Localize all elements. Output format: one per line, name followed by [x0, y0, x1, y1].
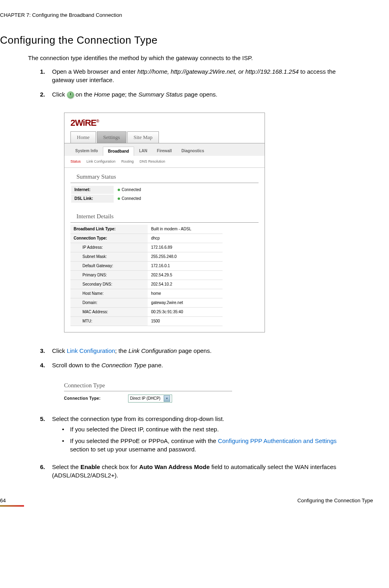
- detail-label: Connection Type:: [70, 234, 148, 243]
- step-text: Select the connection type from its corr…: [52, 415, 224, 422]
- connection-type-select[interactable]: Direct IP (DHCP) ▾: [128, 395, 172, 403]
- step-number: 4.: [40, 361, 52, 369]
- detail-value: 1500: [148, 316, 223, 326]
- list-item: • If you selected the PPPoE or PPPoA, co…: [62, 437, 357, 453]
- table-row: Secondary DNS:202.54.10.2: [70, 280, 223, 289]
- page-number: 64: [0, 497, 6, 503]
- step-text: Click: [52, 91, 67, 98]
- summary-status-screenshot: 2WiRE® Home Settings Site Map System Inf…: [64, 113, 265, 332]
- step-2: 2. Click on the Home page; the Summary S…: [40, 90, 357, 99]
- subtab-firewall[interactable]: Firewall: [152, 147, 176, 156]
- select-value: Direct IP (DHCP): [130, 396, 160, 401]
- step-text: page opens.: [177, 347, 212, 354]
- page-name: Home: [94, 91, 110, 98]
- connection-type-label: Connection Type:: [64, 396, 128, 401]
- field-name: Auto Wan Address Mode: [139, 463, 210, 470]
- table-row: Host Name:home: [70, 289, 223, 298]
- step-3: 3. Click Link Configuration; the Link Co…: [40, 346, 357, 355]
- tab-settings[interactable]: Settings: [97, 131, 126, 143]
- detail-value: 172.16.6.89: [148, 243, 223, 252]
- page-name: Summary Status: [138, 91, 183, 98]
- footer-title: Configuring the Connection Type: [297, 497, 373, 507]
- subtab-lan[interactable]: LAN: [134, 147, 152, 156]
- bullet-icon: •: [62, 425, 70, 433]
- step-text: page; the: [110, 91, 138, 98]
- connection-type-screenshot: Connection Type Connection Type: Direct …: [64, 381, 232, 403]
- step-text: Open a Web browser and enter: [52, 68, 137, 75]
- detail-label: Primary DNS:: [70, 270, 148, 280]
- bullet-text: If you selected the PPPoE or PPPoA, cont…: [70, 437, 218, 444]
- detail-label: Domain:: [70, 298, 148, 307]
- detail-value: dhcp: [148, 234, 223, 243]
- connection-type-heading: Connection Type: [64, 381, 232, 391]
- detail-value: 00:25:3c:91:35:40: [148, 307, 223, 316]
- table-row: Connection Type:dhcp: [70, 234, 223, 243]
- footer-bar-icon: [0, 505, 24, 507]
- step-6: 6. Select the Enable check box for Auto …: [40, 463, 357, 479]
- registered-mark: ®: [96, 119, 98, 123]
- table-row: IP Address:172.16.6.89: [70, 243, 223, 252]
- table-row: MAC Address:00:25:3c:91:35:40: [70, 307, 223, 316]
- step-number: 6.: [40, 463, 52, 479]
- detail-label: Broadband Link Type:: [70, 225, 148, 234]
- step-text: on the: [74, 91, 94, 98]
- screenshot-container: Connection Type Connection Type: Direct …: [40, 375, 357, 409]
- detail-value: 255.255.248.0: [148, 252, 223, 261]
- step-text: check box for: [100, 463, 139, 470]
- internet-value: Connected: [122, 187, 141, 192]
- step-text: pane.: [146, 362, 163, 369]
- table-row: Default Gateway:172.16.0.1: [70, 261, 223, 270]
- dsl-value: Connected: [122, 196, 141, 201]
- step-text: page opens.: [183, 91, 218, 98]
- detail-label: Subnet Mask:: [70, 252, 148, 261]
- subnav-link-configuration[interactable]: Link Configuration: [86, 159, 116, 163]
- link-configuration-link[interactable]: Link Configuration: [67, 347, 115, 354]
- detail-label: IP Address:: [70, 243, 148, 252]
- subtab-broadband[interactable]: Broadband: [103, 147, 134, 156]
- subnav-dns-resolution[interactable]: DNS Resolution: [140, 159, 165, 163]
- step-text: Scroll down to the: [52, 362, 101, 369]
- step-number: 3.: [40, 346, 52, 355]
- screenshot-container: 2WiRE® Home Settings Site Map System Inf…: [40, 105, 357, 340]
- section-title: Configuring the Connection Type: [0, 34, 373, 46]
- status-table: Internet: Connected DSL Link: Connected: [70, 185, 145, 203]
- intro-text: The connection type identifies the metho…: [28, 54, 373, 61]
- logo: 2WiRE®: [70, 118, 99, 128]
- ppp-auth-link[interactable]: Configuring PPP Authentication and Setti…: [218, 437, 337, 444]
- detail-value: 172.16.0.1: [148, 261, 223, 270]
- subnav-status[interactable]: Status: [70, 159, 81, 163]
- chapter-header: CHAPTER 7: Configuring the Broadband Con…: [0, 8, 373, 22]
- subtab-system-info[interactable]: System Info: [70, 147, 103, 156]
- internet-details-heading: Internet Details: [70, 207, 259, 223]
- globe-icon: [67, 91, 74, 99]
- chevron-down-icon: ▾: [164, 395, 170, 402]
- page-name: Link Configuration: [128, 347, 177, 354]
- detail-label: MAC Address:: [70, 307, 148, 316]
- detail-value: gateway.2wire.net: [148, 298, 223, 307]
- url-text: http://home, http://gateway.2Wire.net, o…: [137, 68, 299, 75]
- tab-sitemap[interactable]: Site Map: [127, 131, 159, 143]
- table-row: Domain:gateway.2wire.net: [70, 298, 223, 307]
- summary-status-heading: Summary Status: [70, 168, 259, 183]
- detail-value: 202.54.29.5: [148, 270, 223, 280]
- detail-label: MTU:: [70, 316, 148, 326]
- step-number: 2.: [40, 90, 52, 99]
- table-row: MTU:1500: [70, 316, 223, 326]
- tab-home[interactable]: Home: [70, 131, 96, 143]
- subnav-routing[interactable]: Routing: [121, 159, 134, 163]
- bullet-icon: •: [62, 437, 70, 453]
- status-dot-icon: [118, 189, 120, 191]
- step-text: ; the: [115, 347, 128, 354]
- subtab-diagnostics[interactable]: Diagnostics: [176, 147, 209, 156]
- status-dot-icon: [118, 197, 120, 200]
- detail-label: Host Name:: [70, 289, 148, 298]
- enable-label: Enable: [80, 463, 100, 470]
- table-row: Primary DNS:202.54.29.5: [70, 270, 223, 280]
- details-table: Broadband Link Type:Built in modem - ADS…: [70, 225, 223, 326]
- table-row: Subnet Mask:255.255.248.0: [70, 252, 223, 261]
- table-row: Broadband Link Type:Built in modem - ADS…: [70, 225, 223, 234]
- step-text: Select the: [52, 463, 80, 470]
- page-footer: 64 Configuring the Connection Type: [0, 485, 373, 509]
- table-row: Internet: Connected: [71, 186, 144, 194]
- dsl-label: DSL Link:: [71, 195, 114, 203]
